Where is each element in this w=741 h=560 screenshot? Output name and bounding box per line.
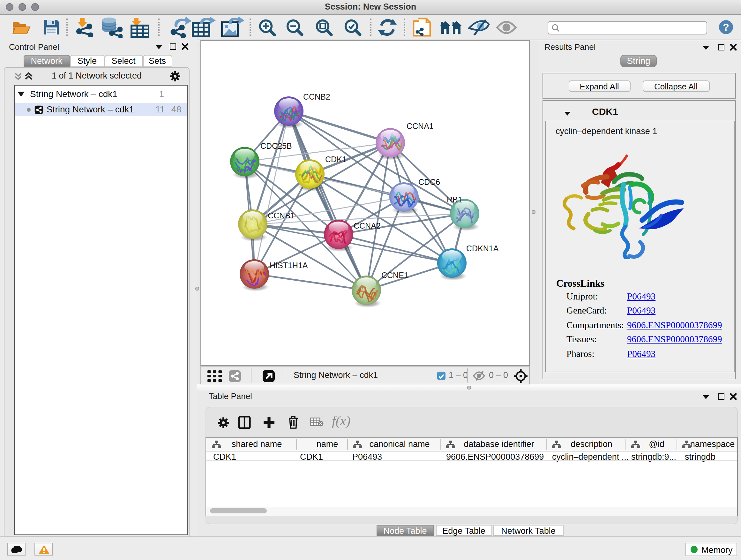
svg-text:CDC6: CDC6 — [418, 178, 440, 186]
svg-text:CCNA1: CCNA1 — [407, 122, 434, 131]
svg-text:CCNA2: CCNA2 — [354, 221, 381, 230]
svg-text:?: ? — [723, 21, 729, 33]
svg-text:CDC25B: CDC25B — [260, 141, 292, 150]
svg-text:CDKN1A: CDKN1A — [466, 244, 499, 253]
svg-text:HIST1H1A: HIST1H1A — [270, 261, 308, 270]
svg-text:CCNB1: CCNB1 — [268, 211, 295, 220]
svg-text:CCNB2: CCNB2 — [303, 92, 330, 101]
svg-text:CDK1: CDK1 — [325, 155, 347, 164]
svg-text:CCNE1: CCNE1 — [381, 271, 408, 280]
svg-text:RB1: RB1 — [447, 195, 462, 204]
